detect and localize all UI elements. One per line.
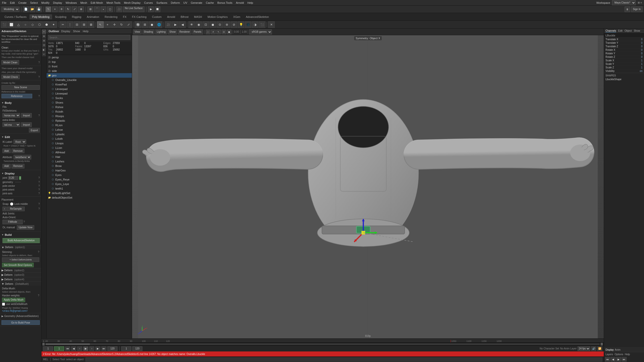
new-scene-button[interactable]: New Scene xyxy=(2,85,40,90)
menu-editmesh[interactable]: Edit Mesh xyxy=(91,1,103,4)
resample-button[interactable]: ReSample xyxy=(7,207,25,211)
offset-edge-icon[interactable]: ⊟ xyxy=(74,21,80,28)
model-check-button[interactable]: Model Check xyxy=(2,75,20,79)
move-tool-icon[interactable]: ✛ xyxy=(111,21,118,28)
select-tool-icon[interactable]: ↖ xyxy=(97,21,104,28)
xray-icon[interactable]: ⊙ xyxy=(217,21,223,28)
outliner-help[interactable]: Help xyxy=(83,30,89,33)
import2-button[interactable]: Import xyxy=(21,122,32,127)
scale-tool-icon[interactable]: ⤢ xyxy=(125,21,132,28)
menu-windows[interactable]: Windows xyxy=(66,1,77,4)
menu-curves[interactable]: Curves xyxy=(144,1,153,4)
range-end-input[interactable] xyxy=(132,346,142,351)
aa-icon[interactable]: ⬛ xyxy=(259,21,265,28)
fill-hole-icon[interactable]: ○ xyxy=(22,21,29,28)
tab-fx[interactable]: FX xyxy=(120,14,129,19)
keep-faces-icon[interactable]: ◼ xyxy=(149,21,155,28)
import1-help[interactable]: ? xyxy=(38,114,40,117)
joint-help[interactable]: ? xyxy=(38,176,40,179)
bridge-icon[interactable]: ⬜ xyxy=(8,21,15,28)
layers-end-btn[interactable]: ⏭ xyxy=(622,357,627,361)
translate-y-row[interactable]: Translate Y 0 xyxy=(604,41,644,45)
display-layer-icon[interactable]: ◧ xyxy=(42,48,46,52)
outliner-item-defaultObjectSet[interactable]: 📁defaultObjectSet xyxy=(47,195,132,200)
move-icon[interactable]: ✛ xyxy=(59,7,64,12)
update-now-button[interactable]: Update Now xyxy=(17,225,34,230)
symmetry-icon[interactable]: ⊞ xyxy=(142,21,148,28)
outliner-item-Shoes[interactable]: ⬡Shoes xyxy=(47,100,132,105)
help-label[interactable]: Help xyxy=(625,353,630,356)
snap-grid-icon[interactable]: ⊞ xyxy=(88,7,93,12)
gamma-select[interactable]: sRGB gamma xyxy=(249,29,272,34)
outliner-item-KneePad[interactable]: ⬡KneePad xyxy=(47,82,132,87)
snap-radio[interactable] xyxy=(10,202,13,206)
display-tab[interactable]: Display xyxy=(606,348,614,351)
tail-select[interactable]: tail.ma xyxy=(3,122,20,127)
scale-x-row[interactable]: Scale X 1 xyxy=(604,59,644,62)
model-check-help[interactable]: ? xyxy=(38,76,40,78)
attribute-select[interactable]: twist/bendy xyxy=(14,155,31,159)
range-start-input[interactable] xyxy=(121,346,131,351)
pause-icon[interactable]: ⏸ xyxy=(625,7,630,12)
outliner-item-geo[interactable]: 📁geo xyxy=(47,73,132,78)
next-frame-btn[interactable]: › xyxy=(89,346,94,351)
outliner-item-Lcloth[interactable]: ⬡Lcloth xyxy=(47,137,132,141)
lights-icon[interactable]: 💡 xyxy=(238,21,244,28)
menu-create[interactable]: Create xyxy=(18,1,27,4)
tab-animation[interactable]: Animation xyxy=(84,14,102,19)
outliner-item-LLion[interactable]: ⬡LLion xyxy=(47,146,132,150)
deform-block-4-header[interactable]: ▶ Deform (option4) xyxy=(0,277,41,282)
export-button[interactable]: Export xyxy=(29,128,40,132)
scale-icon[interactable]: ⤢ xyxy=(72,7,77,12)
geometry-help[interactable]: ? xyxy=(38,181,40,184)
outliner-item-Lashes[interactable]: ⬡Lashes xyxy=(47,159,132,164)
outliner-item-Lshoe[interactable]: ⬡Lshoe xyxy=(47,127,132,132)
sound-btn[interactable]: 🔊 xyxy=(591,346,596,351)
tab-advanced-skeleton[interactable]: AdvancedSkeleton xyxy=(243,14,271,19)
start-frame-input[interactable] xyxy=(43,346,53,351)
command-input[interactable] xyxy=(86,357,602,361)
outliner-item-Overalls_Lbuckle[interactable]: ⬡Overalls_Lbuckle xyxy=(47,78,132,82)
menu-generate[interactable]: Generate xyxy=(191,1,202,4)
menu-surfaces[interactable]: Surfaces xyxy=(156,1,167,4)
ao-icon[interactable]: ◑ xyxy=(252,21,258,28)
ik-select[interactable]: Root xyxy=(14,140,26,144)
outliner-item-Eyes[interactable]: ⬡Eyes xyxy=(47,173,132,177)
pole-vector-help[interactable]: ? xyxy=(38,185,40,187)
lighting-btn[interactable]: Lighting xyxy=(155,29,167,34)
outliner-item-Rshoe[interactable]: ⬡Rshoe xyxy=(47,105,132,109)
outliner-item-Lloops[interactable]: ⬡Lloops xyxy=(47,141,132,146)
deform-delta-header[interactable]: ▼ Deform (DeltaMush) xyxy=(0,282,41,286)
insert-edge-icon[interactable]: ⋮ xyxy=(67,21,73,28)
select-deformjoints-button[interactable]: + Select DeformJoints xyxy=(2,257,39,262)
set-smooth-bind-button[interactable]: Set Smooth Bind Options xyxy=(2,263,34,267)
outliner-item-HairGeo[interactable]: ⬡HairGeo xyxy=(47,168,132,173)
tool-settings-icon[interactable]: ⚙ xyxy=(42,39,46,43)
snap-point-icon[interactable]: • xyxy=(101,7,106,12)
outliner-item-top[interactable]: 🎥top xyxy=(47,60,132,64)
outliner-item-Eyes_Reye[interactable]: ⬡Eyes_Reye xyxy=(47,177,132,182)
outliner-item-Socks[interactable]: ⬡Socks xyxy=(47,96,132,100)
build-advanced-skeleton-button[interactable]: Build AdvancedSkeleton xyxy=(3,238,40,243)
range-end-handle[interactable] xyxy=(601,343,603,345)
menu-cache[interactable]: Cache xyxy=(206,1,214,4)
view-btn[interactable]: View xyxy=(133,29,142,34)
render-icon[interactable]: 🔲 xyxy=(155,7,160,12)
prev-frame-btn[interactable]: ‹ xyxy=(77,346,82,351)
menu-deform[interactable]: Deform xyxy=(171,1,180,4)
snap-surface-icon[interactable]: ◻ xyxy=(107,7,113,12)
options-label[interactable]: Options xyxy=(615,353,623,356)
new-file-icon[interactable]: 📄 xyxy=(23,7,29,12)
show-hide-icon[interactable]: 👁 xyxy=(188,21,195,28)
soft-select-icon[interactable]: 🔘 xyxy=(135,21,141,28)
ipr-render-icon[interactable]: ◀ xyxy=(179,21,186,28)
joint-orient-help[interactable]: ? xyxy=(38,188,40,191)
tab-sculpting[interactable]: Sculpting xyxy=(53,14,69,19)
menu-modify[interactable]: Modify xyxy=(41,1,49,4)
lasso-tool-icon[interactable]: ⌖ xyxy=(104,21,111,28)
close-panel-icon[interactable]: ✕ xyxy=(268,21,275,28)
outliner-item-RLion[interactable]: ⬡RLion xyxy=(47,123,132,127)
outliner-item-Rloops[interactable]: ⬡Rloops xyxy=(47,114,132,118)
prev-key-btn[interactable]: ◀ xyxy=(71,346,76,351)
object-tab[interactable]: Object xyxy=(625,29,632,32)
